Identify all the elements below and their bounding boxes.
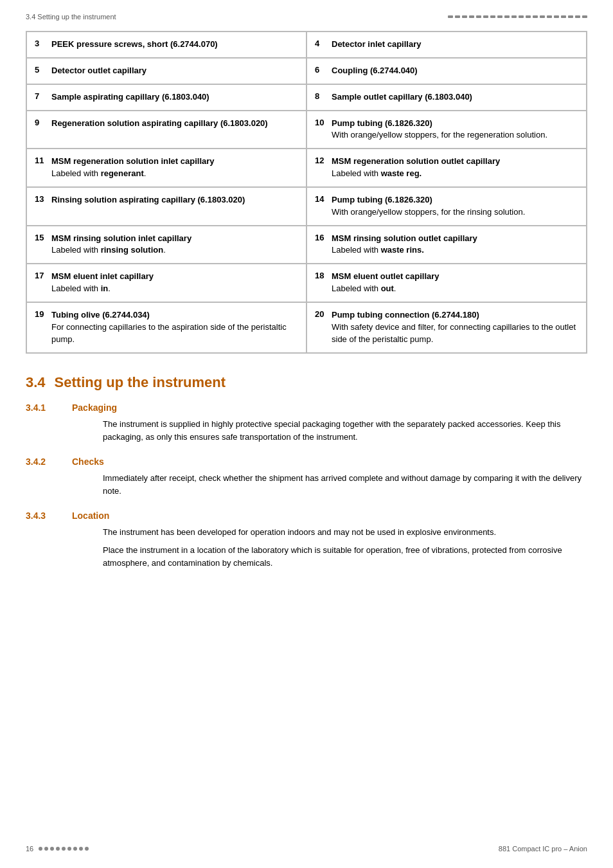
subsection-body: Immediately after receipt, check whether… — [103, 472, 587, 498]
part-description: Pump tubing connection (6.2744.180) With… — [332, 309, 578, 346]
part-number: 5 — [35, 65, 45, 75]
part-number: 6 — [315, 65, 325, 75]
part-number: 11 — [35, 156, 45, 165]
part-number: 8 — [315, 91, 325, 101]
table-row: 6 Coupling (6.2744.040) — [306, 58, 587, 84]
subsection-title: 3.4.3 Location — [26, 511, 587, 521]
table-row: 15 MSM rinsing solution inlet capillary … — [26, 226, 306, 264]
part-number: 13 — [35, 194, 45, 204]
page-number: 16 — [26, 845, 33, 853]
header-section-label: 3.4 Setting up the instrument — [26, 13, 116, 21]
table-row: 13 Rinsing solution aspirating capillary… — [26, 187, 306, 226]
subsection-heading: Packaging — [72, 402, 117, 413]
header-decoration — [448, 15, 587, 18]
part-number: 17 — [35, 271, 45, 280]
table-row: 10 Pump tubing (6.1826.320) With orange/… — [306, 111, 587, 149]
part-number: 9 — [35, 118, 45, 127]
page-footer: 16 881 Compact IC pro – Anion — [26, 845, 587, 853]
section-title: 3.4 Setting up the instrument — [26, 374, 587, 391]
part-description: MSM rinsing solution outlet capillary La… — [332, 233, 578, 257]
part-number: 7 — [35, 91, 45, 101]
subsection-heading: Checks — [72, 457, 104, 467]
part-description: MSM eluent inlet capillary Labeled with … — [51, 271, 298, 295]
part-number: 16 — [315, 233, 325, 242]
section-heading: Setting up the instrument — [55, 374, 226, 391]
table-row: 7 Sample aspirating capillary (6.1803.04… — [26, 84, 306, 111]
page-header: 3.4 Setting up the instrument — [26, 13, 587, 21]
part-description: Detector outlet capillary — [51, 65, 298, 77]
part-description: Pump tubing (6.1826.320) With orange/yel… — [332, 118, 578, 142]
part-description: PEEK pressure screws, short (6.2744.070) — [51, 39, 298, 51]
paragraph: Immediately after receipt, check whether… — [103, 472, 587, 498]
paragraph: Place the instrument in a location of th… — [103, 544, 587, 570]
subsection-title: 3.4.2 Checks — [26, 457, 587, 467]
paragraph: The instrument is supplied in highly pro… — [103, 418, 587, 444]
footer-decoration — [39, 847, 89, 851]
table-row: 19 Tubing olive (6.2744.034) For connect… — [26, 302, 306, 353]
part-number: 3 — [35, 39, 45, 48]
part-number: 10 — [315, 118, 325, 127]
subsection-heading: Location — [72, 511, 109, 521]
part-description: MSM regeneration solution outlet capilla… — [332, 156, 578, 180]
table-row: 3 PEEK pressure screws, short (6.2744.07… — [26, 32, 306, 58]
subsection-body: The instrument is supplied in highly pro… — [103, 418, 587, 444]
table-row: 12 MSM regeneration solution outlet capi… — [306, 149, 587, 187]
part-description: MSM regeneration solution inlet capillar… — [51, 156, 298, 180]
table-row: 17 MSM eluent inlet capillary Labeled wi… — [26, 264, 306, 302]
part-description: MSM eluent outlet capillary Labeled with… — [332, 271, 578, 295]
paragraph: The instrument has been developed for op… — [103, 526, 587, 539]
part-number: 12 — [315, 156, 325, 165]
table-row: 18 MSM eluent outlet capillary Labeled w… — [306, 264, 587, 302]
footer-product-name: 881 Compact IC pro – Anion — [499, 845, 587, 853]
part-number: 20 — [315, 309, 325, 319]
part-description: Sample outlet capillary (6.1803.040) — [332, 91, 578, 104]
subsection-checks: 3.4.2 Checks Immediately after receipt, … — [26, 457, 587, 498]
part-number: 14 — [315, 194, 325, 204]
subsection-number: 3.4.1 — [26, 402, 64, 413]
subsection-body: The instrument has been developed for op… — [103, 526, 587, 570]
part-number: 18 — [315, 271, 325, 280]
part-number: 15 — [35, 233, 45, 242]
part-description: Tubing olive (6.2744.034) For connecting… — [51, 309, 298, 346]
table-row: 20 Pump tubing connection (6.2744.180) W… — [306, 302, 587, 353]
table-row: 8 Sample outlet capillary (6.1803.040) — [306, 84, 587, 111]
table-row: 14 Pump tubing (6.1826.320) With orange/… — [306, 187, 587, 226]
table-row: 11 MSM regeneration solution inlet capil… — [26, 149, 306, 187]
table-row: 16 MSM rinsing solution outlet capillary… — [306, 226, 587, 264]
parts-table: 3 PEEK pressure screws, short (6.2744.07… — [26, 31, 587, 354]
subsection-title: 3.4.1 Packaging — [26, 402, 587, 413]
subsection-packaging: 3.4.1 Packaging The instrument is suppli… — [26, 402, 587, 444]
part-description: Pump tubing (6.1826.320) With orange/yel… — [332, 194, 578, 219]
subsection-number: 3.4.3 — [26, 511, 64, 521]
subsection-location: 3.4.3 Location The instrument has been d… — [26, 511, 587, 570]
part-description: MSM rinsing solution inlet capillary Lab… — [51, 233, 298, 257]
section-number: 3.4 — [26, 374, 46, 391]
table-row: 5 Detector outlet capillary — [26, 58, 306, 84]
part-description: Detector inlet capillary — [332, 39, 578, 51]
table-row: 9 Regeneration solution aspirating capil… — [26, 111, 306, 149]
part-description: Coupling (6.2744.040) — [332, 65, 578, 77]
part-number: 19 — [35, 309, 45, 319]
part-description: Rinsing solution aspirating capillary (6… — [51, 194, 298, 206]
part-description: Regeneration solution aspirating capilla… — [51, 118, 298, 130]
part-description: Sample aspirating capillary (6.1803.040) — [51, 91, 298, 104]
subsection-number: 3.4.2 — [26, 457, 64, 467]
table-row: 4 Detector inlet capillary — [306, 32, 587, 58]
part-number: 4 — [315, 39, 325, 48]
